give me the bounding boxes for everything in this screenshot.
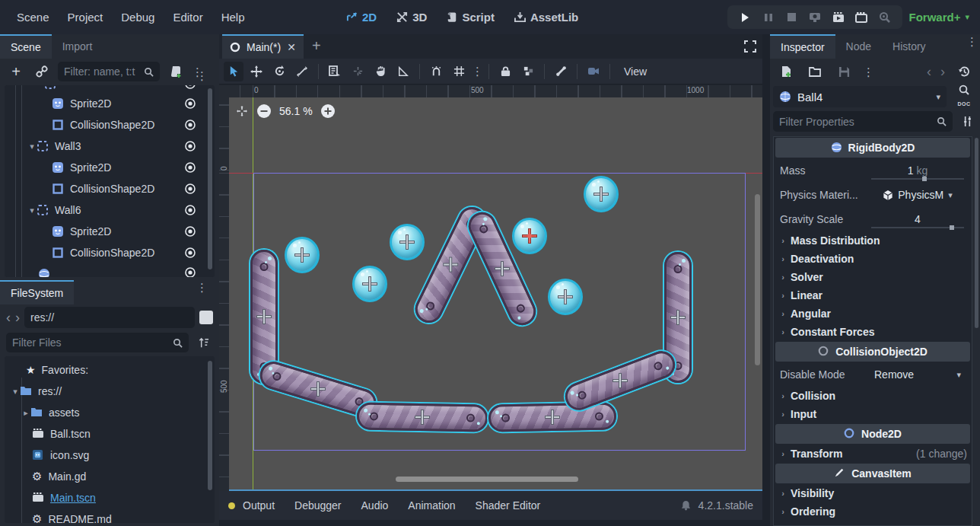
visibility-eye-icon[interactable]	[184, 183, 196, 195]
tree-row-collisionshape2d[interactable]: CollisionShape2D	[5, 242, 215, 263]
open-docs-button[interactable]: DOC	[953, 84, 975, 109]
pan-tool[interactable]	[371, 62, 390, 81]
ball-node[interactable]	[548, 279, 583, 315]
new-scene-tab-button[interactable]: +	[312, 37, 321, 55]
history-back-icon[interactable]: ‹	[927, 64, 931, 80]
file-filter-input[interactable]: Filter Files	[6, 333, 189, 352]
close-icon[interactable]: ✕	[287, 41, 296, 53]
ball-node-selected[interactable]	[512, 218, 547, 254]
file-row-res[interactable]: ▾ res://	[5, 381, 215, 402]
tree-row-collisionshape2d[interactable]: CollisionShape2D	[5, 178, 215, 199]
file-row-readme[interactable]: ⚙ README.md	[5, 508, 215, 523]
group-ordering[interactable]: ›Ordering	[774, 502, 972, 521]
view-menu[interactable]: View	[616, 65, 654, 78]
move-tool[interactable]	[247, 62, 266, 81]
visibility-eye-icon[interactable]	[184, 140, 196, 152]
tab-import[interactable]: Import	[52, 34, 103, 59]
split-mode-toggle[interactable]	[199, 311, 213, 324]
category-rigidbody2d[interactable]: RigidBody2D	[775, 138, 970, 158]
skeleton-bone-icon[interactable]	[551, 62, 571, 81]
ruler-tool[interactable]	[393, 62, 413, 81]
gravity-slider-handle[interactable]	[950, 225, 954, 230]
category-node2d[interactable]: Node2D	[775, 424, 970, 444]
tree-row-sprite2d[interactable]: Sprite2D	[5, 221, 215, 242]
visibility-eye-icon[interactable]	[184, 266, 196, 277]
category-canvasitem[interactable]: CanvasItem	[775, 464, 970, 483]
ball-node[interactable]	[390, 224, 425, 260]
collapse-arrow-icon[interactable]: ▾	[27, 206, 37, 215]
inspector-scrollbar[interactable]	[975, 138, 978, 328]
canvas-vscrollbar[interactable]	[755, 194, 760, 365]
panel-debugger-button[interactable]: Debugger	[288, 499, 348, 512]
inspector-menu-icon[interactable]: ⋮	[966, 40, 977, 43]
tree-row-collisionshape2d[interactable]: CollisionShape2D	[5, 114, 215, 135]
property-tools-icon[interactable]	[957, 112, 977, 132]
collapse-arrow-icon[interactable]: ▾	[27, 142, 37, 151]
file-row-main-tscn[interactable]: Main.tscn	[5, 487, 215, 508]
category-collisionobject2d[interactable]: CollisionObject2D	[775, 342, 970, 362]
scene-tree-scrollbar[interactable]	[208, 88, 212, 269]
scale-tool[interactable]	[292, 62, 312, 81]
menu-scene[interactable]: Scene	[8, 0, 59, 34]
path-field[interactable]: res://	[24, 307, 195, 328]
filter-properties-input[interactable]: Filter Properties	[773, 111, 953, 132]
file-row-favorites[interactable]: ★ Favorites:	[5, 359, 215, 381]
object-history-icon[interactable]	[954, 62, 974, 81]
tab-inspector[interactable]: Inspector	[770, 34, 835, 59]
tree-row-wall3[interactable]: ▾ Wall3	[5, 135, 215, 157]
tab-history[interactable]: History	[882, 34, 937, 59]
version-label[interactable]: 4.2.1.stable	[698, 499, 753, 512]
expand-viewport-icon[interactable]	[744, 40, 756, 53]
rotate-tool[interactable]	[269, 62, 289, 81]
workspace-3d-button[interactable]: 3D	[396, 11, 427, 24]
zoom-percent[interactable]: 56.1 %	[279, 105, 313, 117]
group-icon[interactable]	[518, 62, 538, 81]
group-deactivation[interactable]: ›Deactivation	[774, 250, 972, 268]
tree-row-sprite2d[interactable]: Sprite2D	[5, 93, 215, 114]
snap-options-icon[interactable]: ⋮	[472, 69, 482, 73]
center-view-icon[interactable]	[235, 104, 249, 118]
group-angular[interactable]: ›Angular	[774, 304, 972, 323]
visibility-eye-icon[interactable]	[184, 97, 196, 110]
group-constant-forces[interactable]: ›Constant Forces	[774, 323, 972, 341]
nav-back-icon[interactable]: ‹	[6, 310, 11, 326]
panel-audio-button[interactable]: Audio	[355, 499, 395, 512]
tree-row-sprite2d[interactable]: Sprite2D	[5, 157, 215, 178]
play-scene-button[interactable]	[829, 8, 848, 27]
visibility-eye-icon[interactable]	[184, 225, 196, 237]
workspace-assetlib-button[interactable]: AssetLib	[514, 11, 578, 24]
tree-row-wall6[interactable]: ▾ Wall6	[5, 199, 215, 221]
select-tool[interactable]	[224, 62, 243, 81]
file-row-assets[interactable]: ▸ assets	[5, 402, 215, 423]
menu-help[interactable]: Help	[212, 0, 254, 34]
physics-material-resource[interactable]: PhysicsM ▾	[870, 189, 966, 201]
grid-snap-icon[interactable]	[449, 62, 469, 81]
canvas-hscrollbar[interactable]	[396, 477, 578, 482]
filesystem-menu-icon[interactable]: ⋮	[196, 285, 207, 289]
panel-shader-editor-button[interactable]: Shader Editor	[469, 499, 547, 512]
group-collision[interactable]: ›Collision	[774, 387, 972, 405]
tab-node[interactable]: Node	[835, 34, 882, 59]
save-resource-button[interactable]	[834, 62, 854, 81]
scene-tab-main[interactable]: Main(*) ✕	[222, 34, 304, 59]
group-visibility[interactable]: ›Visibility	[774, 484, 972, 502]
bell-icon[interactable]	[681, 500, 691, 511]
lock-icon[interactable]	[495, 62, 515, 81]
visibility-eye-icon[interactable]	[184, 85, 196, 90]
scene-filter-input[interactable]: Filter: name, t:t	[58, 62, 160, 81]
instantiate-scene-button[interactable]	[32, 62, 52, 81]
group-mass-distribution[interactable]: ›Mass Distribution	[774, 231, 972, 250]
renderer-selector[interactable]: Forward+ ▾	[909, 0, 969, 34]
workspace-2d-button[interactable]: 2D	[346, 11, 377, 24]
attach-script-button[interactable]	[166, 62, 186, 81]
mass-slider-handle[interactable]	[922, 177, 927, 181]
ball-node[interactable]	[352, 266, 387, 302]
load-resource-button[interactable]	[805, 62, 825, 81]
history-forward-icon[interactable]: ›	[940, 64, 945, 80]
zoom-out-button[interactable]	[256, 104, 272, 119]
sort-files-icon[interactable]	[193, 333, 213, 352]
resource-options-icon[interactable]: ⋮	[863, 70, 873, 74]
menu-debug[interactable]: Debug	[112, 0, 164, 34]
panel-animation-button[interactable]: Animation	[402, 499, 461, 512]
visibility-eye-icon[interactable]	[184, 247, 196, 259]
